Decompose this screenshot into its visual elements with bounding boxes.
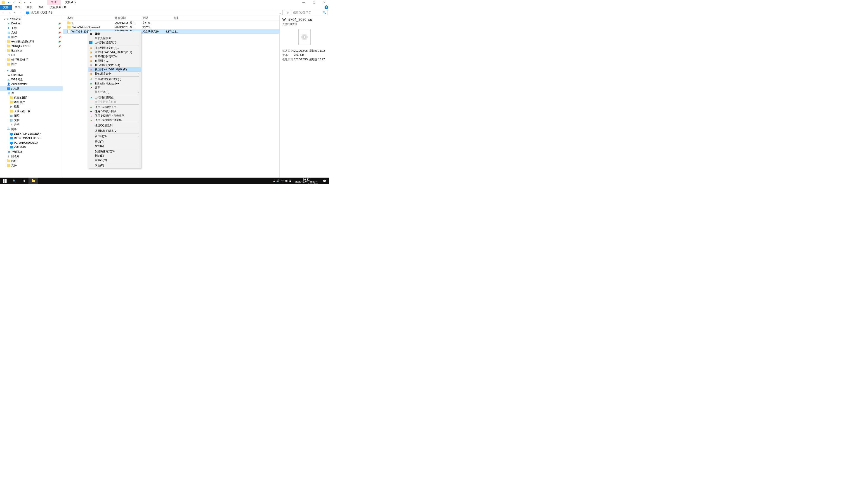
nav-item[interactable]: ▶视频 <box>0 104 63 109</box>
crumb-folder[interactable]: 文档 (E:) <box>41 11 53 14</box>
col-name[interactable]: 名称 <box>63 16 113 20</box>
ctx-open-with[interactable]: 打开方式(H)› <box>88 90 141 94</box>
ctx-extract-here[interactable]: ▣解压到当前文件夹(X) <box>88 63 141 67</box>
search-box[interactable]: 搜索"文档 (E:)" 🔍 <box>291 10 328 15</box>
tray-app-icon[interactable]: ▦ <box>285 180 287 183</box>
nav-item[interactable]: win7重装win7 <box>0 57 63 62</box>
action-center-button[interactable]: 💬 <box>320 177 329 184</box>
nav-item[interactable]: ☁OneDrive <box>0 73 63 77</box>
ctx-360-unlock[interactable]: ◆使用 360解除占用 <box>88 105 141 109</box>
nav-item[interactable]: 天翼云盘下载 <box>0 109 63 113</box>
crumb-pc[interactable]: 此电脑 <box>31 11 39 14</box>
search-button[interactable]: 🔍 <box>9 177 19 184</box>
ctx-properties[interactable]: 属性(R) <box>88 163 141 168</box>
history-dropdown[interactable]: ▾ <box>12 10 17 15</box>
ctx-baidu[interactable]: ☁上传到百度网盘 <box>88 95 141 100</box>
nav-item[interactable]: YUNQISHI2019📌 <box>0 44 63 48</box>
nav-item[interactable]: 👤Administrator <box>0 82 63 86</box>
nav-item[interactable]: ⬇下载📌 <box>0 26 63 30</box>
col-size[interactable]: 大小 <box>163 16 181 20</box>
ctx-rename[interactable]: 重命名(M) <box>88 158 141 162</box>
ctx-youdao[interactable]: ↑上传到有道云笔记 <box>88 40 141 45</box>
nav-quick-access[interactable]: ⌄★快速访问 <box>0 17 63 21</box>
ctx-restore[interactable]: 还原以前的版本(V) <box>88 129 141 133</box>
ctx-mount[interactable]: ◉装载 <box>88 32 141 36</box>
ctx-burn[interactable]: 刻录光盘映像 <box>88 36 141 40</box>
nav-item[interactable]: ■Desktop📌 <box>0 21 63 26</box>
ctx-other-compress[interactable]: ▣其他压缩命令› <box>88 72 141 76</box>
nav-item[interactable]: PC-20190530OBLA <box>0 140 63 145</box>
tray-app-icon[interactable]: ▣ <box>289 180 291 183</box>
ctx-shortcut[interactable]: 创建快捷方式(S) <box>88 149 141 154</box>
start-button[interactable] <box>0 177 9 184</box>
nav-item[interactable]: ▤文档📌 <box>0 30 63 35</box>
nav-item[interactable]: 软件 <box>0 159 63 163</box>
nav-this-pc[interactable]: 此电脑 <box>0 86 63 91</box>
ribbon-share[interactable]: 共享 <box>24 5 35 10</box>
ribbon-disc-tools[interactable]: 光盘映像工具 <box>47 5 70 10</box>
ctx-add-archive[interactable]: ▣添加到压缩文件(A)... <box>88 46 141 50</box>
ctx-notepad[interactable]: ▤Edit with Notepad++ <box>88 81 141 86</box>
qat-dropdown-icon[interactable]: ▾ <box>28 0 33 4</box>
back-button[interactable]: ← <box>1 10 6 15</box>
nav-item[interactable]: DESKTOP-LSSOEDP <box>0 131 63 136</box>
nav-item[interactable]: ▥库 <box>0 91 63 95</box>
nav-item[interactable]: ▤文档 <box>0 118 63 123</box>
ctx-cut[interactable]: 剪切(T) <box>88 140 141 144</box>
nav-item[interactable]: ▦图片 <box>0 113 63 118</box>
col-type[interactable]: 类型 <box>140 16 163 20</box>
checkmark-icon[interactable]: ✓ <box>12 0 16 4</box>
nav-item[interactable]: ZMT2019 <box>0 145 63 150</box>
nav-item[interactable]: ▦控制面板 <box>0 150 63 154</box>
help-icon[interactable]: ? <box>324 5 328 9</box>
ctx-qq-send[interactable]: 通过QQ发送到 <box>88 123 141 128</box>
minimize-button[interactable]: — <box>299 0 309 5</box>
taskbar-clock[interactable]: 16:32 2020/12/25, 星期五 <box>293 178 320 184</box>
ime-indicator[interactable]: 中 <box>281 179 284 183</box>
play-icon[interactable]: ▸ <box>23 0 27 4</box>
close-button[interactable]: ✕ <box>319 0 329 5</box>
nav-item[interactable]: 文件 <box>0 163 63 168</box>
task-view-button[interactable]: ⊞ <box>19 177 29 184</box>
up-button[interactable]: ↑ <box>18 10 23 15</box>
nav-item[interactable]: ▦图片📌 <box>0 35 63 39</box>
nav-item[interactable]: 保存的图片 <box>0 95 63 100</box>
ribbon-home[interactable]: 主页 <box>12 5 24 10</box>
ctx-delete[interactable]: 删除(D) <box>88 154 141 158</box>
nav-item[interactable]: ⊟G:\ <box>0 53 63 57</box>
ctx-copy[interactable]: 复制(C) <box>88 144 141 148</box>
nav-item[interactable]: ☁WPS网盘 <box>0 77 63 82</box>
nav-item[interactable]: DESKTOP-NJEU3CG <box>0 136 63 140</box>
nav-item[interactable]: 本机照片 <box>0 100 63 104</box>
maximize-button[interactable]: ▢ <box>309 0 319 5</box>
ctx-send-to[interactable]: 发送到(N)› <box>88 134 141 138</box>
explorer-taskbar-button[interactable] <box>29 177 38 184</box>
volume-icon[interactable]: 🔊 <box>276 180 280 183</box>
file-row[interactable]: 12020/12/15, 星期二 1...文件夹 <box>63 21 279 25</box>
address-dropdown-icon[interactable]: ⌄ <box>279 11 281 14</box>
chevron-right-icon[interactable]: › <box>53 11 54 14</box>
nav-item[interactable]: 🗑回收站 <box>0 154 63 159</box>
nav-network[interactable]: 🖧网络 <box>0 127 63 131</box>
tray-chevron-icon[interactable]: ʌ <box>273 180 275 183</box>
address-path[interactable]: › 此电脑 › 文档 (E:) › ⌄ <box>25 10 283 15</box>
ribbon-view[interactable]: 查看 <box>35 5 47 10</box>
ctx-open-360[interactable]: ▣用360压缩打开(Q) <box>88 55 141 59</box>
ctx-360-delete[interactable]: ◆使用 360强力删除 <box>88 109 141 113</box>
nav-item[interactable]: excel表格制作求和📌 <box>0 39 63 44</box>
ribbon-file[interactable]: 文件 <box>0 5 12 10</box>
nav-item[interactable]: ♪音乐 <box>0 123 63 127</box>
ctx-360-menu[interactable]: ●使用 360管理右键菜单 <box>88 118 141 122</box>
ctx-fengmi[interactable]: ✿用 蜂蜜浏览器 浏览(3) <box>88 77 141 81</box>
down-icon[interactable]: ▾ <box>6 0 11 4</box>
ctx-add-zip[interactable]: ▣添加到 "Win7x64_2020.zip" (T) <box>88 50 141 55</box>
close-red-icon[interactable]: ✕ <box>17 0 22 4</box>
ctx-share[interactable]: ↗共享 <box>88 86 141 90</box>
nav-desktop[interactable]: ⌄■桌面 <box>0 68 63 73</box>
refresh-button[interactable]: ↻ <box>285 10 290 15</box>
context-tab-manage[interactable]: 管理 <box>47 0 61 5</box>
nav-item[interactable]: 图片 <box>0 62 63 66</box>
col-date[interactable]: 修改日期 <box>113 16 140 20</box>
ctx-360-scan[interactable]: ●使用 360进行木马云查杀 <box>88 113 141 118</box>
file-row[interactable]: BaiduNetdiskDownload2020/12/25, 星期五 1...… <box>63 25 279 29</box>
